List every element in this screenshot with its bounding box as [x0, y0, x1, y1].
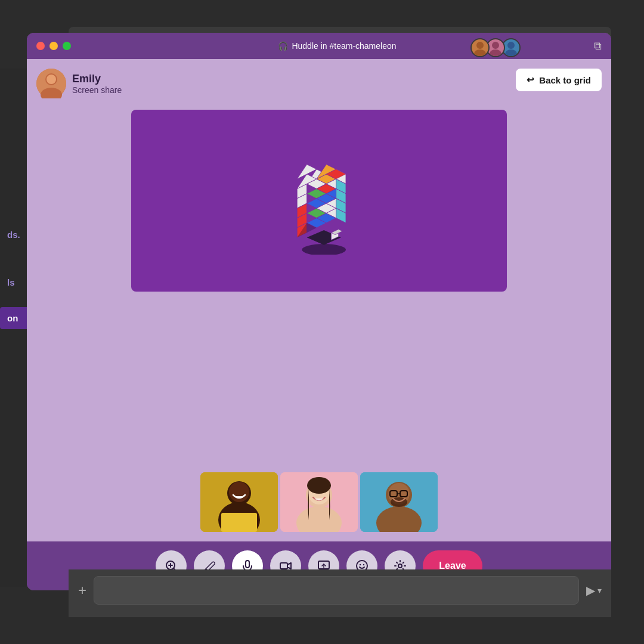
back-arrow-icon: ↩ — [527, 75, 534, 85]
svg-point-5 — [505, 49, 517, 56]
user-info: Emily Screen share — [36, 69, 122, 98]
window-expand-icon[interactable]: ⧉ — [594, 40, 602, 52]
svg-point-76 — [360, 564, 361, 565]
svg-point-10 — [302, 244, 346, 255]
avatar-1 — [470, 38, 490, 57]
send-button[interactable]: ▶ — [586, 583, 595, 597]
svg-point-9 — [47, 75, 56, 84]
participant-thumb-3 — [360, 472, 438, 532]
svg-point-77 — [363, 564, 364, 565]
back-to-grid-label: Back to grid — [539, 75, 591, 85]
svg-point-3 — [490, 49, 501, 56]
participant-thumb-1 — [200, 472, 278, 532]
maximize-button[interactable] — [63, 42, 71, 50]
screen-share-area — [131, 110, 507, 292]
headphone-title-icon: 🎧 — [278, 41, 288, 51]
add-attachment-button[interactable]: + — [78, 582, 86, 599]
svg-point-1 — [474, 49, 486, 56]
participant-thumb-2 — [280, 472, 358, 532]
back-to-grid-button[interactable]: ↩ Back to grid — [516, 69, 602, 91]
rubiks-cube-illustration — [265, 147, 373, 255]
traffic-lights — [36, 42, 71, 50]
participants-row — [200, 472, 438, 532]
user-name: Emily — [72, 73, 122, 85]
minimize-button[interactable] — [49, 42, 58, 50]
user-details: Emily Screen share — [72, 73, 122, 95]
window-title-text: Huddle in #team-chameleon — [292, 41, 396, 51]
svg-point-4 — [507, 42, 515, 49]
huddle-window: 🎧 Huddle in #team-chameleon ⧉ Emily Scre… — [27, 33, 611, 590]
send-dropdown[interactable]: ▾ — [597, 586, 602, 595]
user-status: Screen share — [72, 85, 122, 95]
svg-point-0 — [476, 42, 484, 49]
close-button[interactable] — [36, 42, 45, 50]
svg-point-48 — [229, 482, 249, 502]
svg-point-54 — [307, 477, 331, 494]
user-avatar — [36, 69, 66, 98]
svg-point-2 — [492, 42, 499, 49]
huddle-content: Emily Screen share ↩ Back to grid — [27, 59, 611, 541]
svg-point-78 — [398, 564, 402, 568]
message-bar: + ▶ ▾ — [69, 569, 611, 611]
svg-rect-49 — [221, 513, 257, 532]
window-titlebar: 🎧 Huddle in #team-chameleon ⧉ — [27, 33, 611, 59]
send-area: ▶ ▾ — [586, 583, 602, 597]
svg-rect-70 — [280, 563, 287, 569]
svg-rect-67 — [246, 561, 249, 568]
message-input[interactable] — [94, 576, 579, 605]
